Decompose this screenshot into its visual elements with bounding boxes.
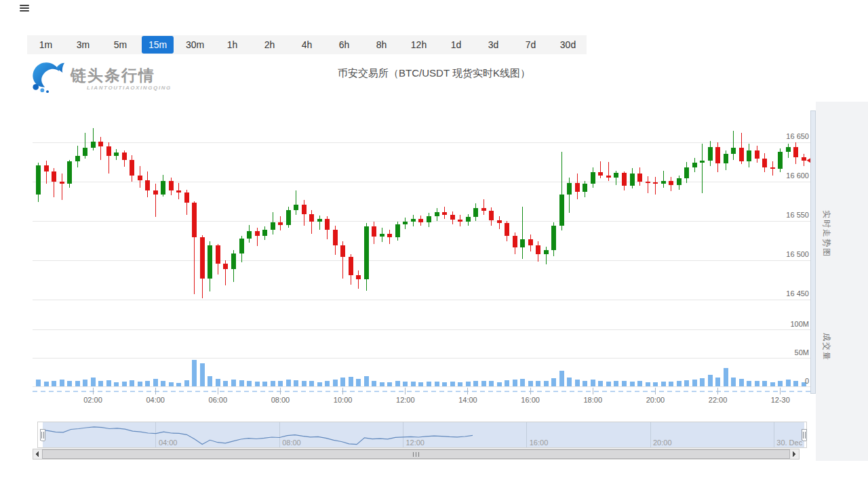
timeframe-option-7d[interactable]: 7d [512,35,549,54]
svg-text:16 650: 16 650 [786,132,809,140]
menu-icon-bar [20,10,29,12]
timeframe-option-1h[interactable]: 1h [214,35,251,54]
svg-text:14:00: 14:00 [458,396,477,404]
svg-text:16:00: 16:00 [521,396,540,404]
menu-icon-bar [20,5,29,6]
svg-text:12-30: 12-30 [771,396,790,404]
svg-text:22:00: 22:00 [709,396,728,404]
svg-text:16 500: 16 500 [786,250,809,258]
horizontal-scrollbar[interactable] [33,449,799,460]
svg-text:12:00: 12:00 [406,439,425,447]
candlestick-series [36,128,806,298]
svg-text:08:00: 08:00 [271,396,290,404]
page-title: 币安交易所（BTC/USDT 现货实时K线图） [0,67,868,80]
svg-text:02:00: 02:00 [83,396,102,404]
svg-text:12:00: 12:00 [396,396,415,404]
timeframe-option-6h[interactable]: 6h [326,35,363,54]
timeframe-option-8h[interactable]: 8h [363,35,400,54]
svg-text:16 450: 16 450 [786,289,809,298]
price-pane-label: 实时走势图 [822,210,831,258]
svg-text:30. Dec: 30. Dec [776,439,802,447]
kline-chart: 16 65016 60016 55016 50016 450100M50M002… [0,102,868,461]
svg-text:100M: 100M [790,320,809,328]
volume-series [36,360,806,386]
svg-text:16 550: 16 550 [786,211,809,219]
brand-tagline: LIANTOUTIAOXINGQING [71,85,172,91]
timeframe-option-2h[interactable]: 2h [251,35,288,54]
volume-pane-label: 成交量 [822,333,831,361]
timeframe-toolbar: 1m3m5m15m30m1h2h4h6h8h12h1d3d7d30d [27,35,587,54]
svg-text:20:00: 20:00 [646,396,665,404]
timeframe-option-3m[interactable]: 3m [64,35,102,54]
svg-text:20:00: 20:00 [653,439,672,447]
svg-text:04:00: 04:00 [159,439,178,447]
timeframe-option-3d[interactable]: 3d [475,35,512,54]
right-background-panel [816,102,868,461]
svg-text:16 600: 16 600 [786,171,809,180]
timeframe-option-30m[interactable]: 30m [176,35,214,54]
svg-text:16:00: 16:00 [530,439,549,447]
navigator[interactable]: 04:0008:0012:0016:0020:0030. Dec [38,422,807,448]
menu-icon[interactable] [20,5,29,12]
svg-text:0: 0 [805,377,809,385]
menu-icon-bar [20,7,29,9]
gridlines [33,142,815,386]
navigator-right-handle[interactable] [802,429,807,441]
timeframe-option-30d[interactable]: 30d [549,35,587,54]
timeframe-option-12h[interactable]: 12h [400,35,437,54]
y-axis-labels: 16 65016 60016 55016 50016 450100M50M0 [786,132,809,385]
vertical-scroll-strip[interactable] [811,110,816,393]
svg-text:08:00: 08:00 [282,439,301,447]
svg-text:10:00: 10:00 [334,396,353,404]
svg-text:06:00: 06:00 [209,396,228,404]
timeframe-option-5m[interactable]: 5m [102,35,139,54]
timeframe-option-1m[interactable]: 1m [27,35,64,54]
svg-text:50M: 50M [795,348,809,357]
navigator-left-handle[interactable] [41,429,45,441]
svg-text:18:00: 18:00 [584,396,603,404]
timeframe-option-4h[interactable]: 4h [288,35,326,54]
x-axis: 02:0004:0006:0008:0010:0012:0014:0016:00… [83,388,790,404]
timeframe-option-15m[interactable]: 15m [142,36,174,54]
svg-text:04:00: 04:00 [146,396,165,404]
timeframe-option-1d[interactable]: 1d [437,35,475,54]
